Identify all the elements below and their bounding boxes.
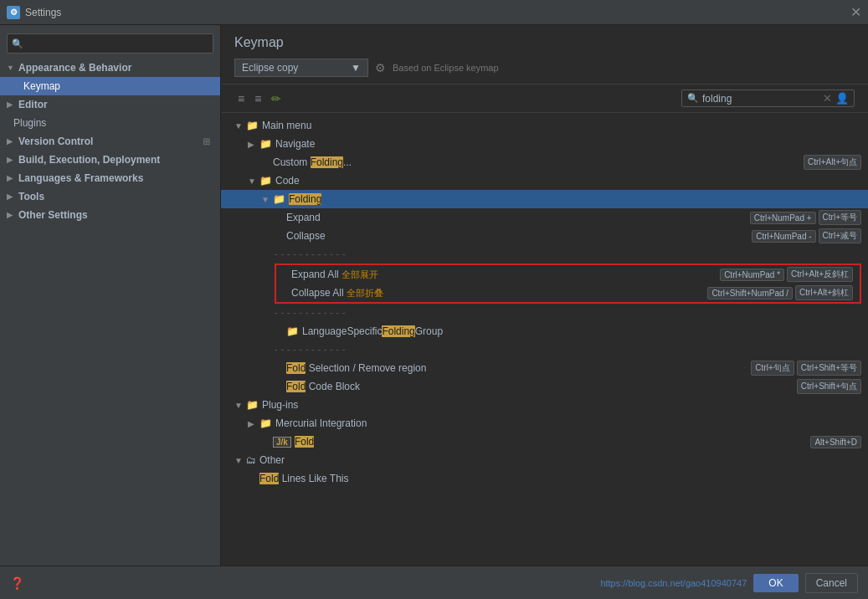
tree-separator-3: - - - - - - - - - - - - (221, 340, 868, 359)
tree-item-other[interactable]: ▼ 🗂 Other (221, 451, 868, 469)
vcs-icon: ⊞ (203, 136, 210, 147)
app-icon: ⚙ (7, 6, 20, 19)
chevron-right-icon: ▶ (7, 211, 15, 219)
shortcut-badge: Ctrl+Shift+句点 (797, 379, 861, 394)
close-button[interactable]: ✕ (850, 4, 861, 20)
tree-item-folding[interactable]: ▼ 📁 Folding (221, 190, 868, 208)
chevron-down-icon: ▼ (234, 121, 243, 131)
gear-icon[interactable]: ⚙ (375, 61, 386, 74)
folder-icon: 📁 (286, 325, 299, 337)
tree-label: Collapse All 全部折叠 (291, 287, 705, 300)
shortcut-badge-1: Ctrl+NumPad + (750, 212, 816, 224)
tree-item-fold-code-block[interactable]: Fold Code Block Ctrl+Shift+句点 (221, 377, 868, 396)
keymap-selector: Eclipse copy ▼ ⚙ Based on Eclipse keymap (234, 59, 855, 77)
tree-item-expand-all[interactable]: Expand All 全部展开 Ctrl+NumPad * Ctrl+Alt+反… (276, 265, 860, 284)
dropdown-arrow-icon: ▼ (351, 62, 361, 74)
tree-item-mercurial[interactable]: ▶ 📁 Mercurial Integration (221, 414, 868, 433)
shortcut-badge-1: Ctrl+Shift+NumPad / (707, 287, 793, 300)
sidebar-item-languages[interactable]: ▶ Languages & Frameworks (0, 169, 220, 187)
tree-label: Code (275, 175, 861, 187)
sidebar-item-label: Editor (18, 99, 48, 110)
tree-label: LanguageSpecificFoldingGroup (302, 325, 861, 337)
tree-item-code[interactable]: ▼ 📁 Code (221, 172, 868, 190)
window-title: Settings (25, 7, 61, 18)
help-icon[interactable]: ❓ (10, 576, 24, 590)
shortcut-badge-2: Ctrl+Alt+斜杠 (795, 285, 853, 300)
content-header: Keymap Eclipse copy ▼ ⚙ Based on Eclipse… (221, 25, 868, 84)
folder-icon: 📁 (259, 138, 272, 150)
tree-item-plugins[interactable]: ▼ 📁 Plug-ins (221, 396, 868, 414)
chevron-right-icon: ▶ (7, 156, 15, 164)
tree-item-navigate[interactable]: ▶ 📁 Navigate (221, 135, 868, 153)
sidebar-item-label: Appearance & Behavior (18, 62, 131, 74)
other-group-icon: 🗂 (246, 454, 256, 466)
toolbar: ≡ ≡ ✏ 🔍 ✕ 👤 (221, 84, 868, 113)
user-icon: 👤 (835, 92, 849, 105)
tree-label: Fold Selection / Remove region (286, 362, 748, 374)
sidebar-item-keymap[interactable]: Keymap (0, 77, 220, 95)
separator-label: - - - - - - - - - - - - (275, 248, 861, 260)
tree-item-fold-lines[interactable]: Fold Lines Like This (221, 469, 868, 488)
search-icon: 🔍 (687, 93, 699, 104)
plugin-badge-icon: J/k (273, 437, 291, 448)
page-title: Keymap (234, 35, 855, 50)
sidebar-item-label: Tools (18, 191, 44, 202)
cancel-button[interactable]: Cancel (805, 573, 858, 593)
sidebar-item-editor[interactable]: ▶ Editor (0, 95, 220, 114)
sidebar-item-plugins[interactable]: Plugins (0, 114, 220, 132)
tree-label: Expand All 全部展开 (291, 269, 717, 281)
sidebar-item-other-settings[interactable]: ▶ Other Settings (0, 206, 220, 224)
tree-item-main-menu[interactable]: ▼ 📁 Main menu (221, 116, 868, 135)
folder-icon: 📁 (246, 120, 259, 131)
shortcut-badge-1: Ctrl+NumPad * (720, 269, 784, 281)
tree-item-expand[interactable]: Expand Ctrl+NumPad + Ctrl+等号 (221, 208, 868, 227)
bottom-bar: ❓ https://blog.csdn.net/gao410940747 OK … (0, 566, 868, 599)
tree-item-lang-specific[interactable]: 📁 LanguageSpecificFoldingGroup (221, 322, 868, 340)
title-bar-left: ⚙ Settings (7, 6, 61, 19)
bottom-actions: https://blog.csdn.net/gao410940747 OK Ca… (600, 573, 858, 593)
based-on-label: Based on Eclipse keymap (393, 63, 499, 73)
title-bar: ⚙ Settings ✕ (0, 0, 868, 25)
tree-item-fold-plugin[interactable]: J/k Fold Alt+Shift+D (221, 433, 868, 451)
red-highlight-box: Expand All 全部展开 Ctrl+NumPad * Ctrl+Alt+反… (275, 264, 861, 304)
sidebar-item-tools[interactable]: ▶ Tools (0, 187, 220, 206)
tree-item-collapse[interactable]: Collapse Ctrl+NumPad - Ctrl+减号 (221, 227, 868, 245)
tree-separator-1: - - - - - - - - - - - - (221, 245, 868, 264)
chevron-right-icon: ▶ (7, 100, 15, 109)
search-icon: 🔍 (12, 38, 23, 49)
sidebar: 🔍 ▼ Appearance & Behavior Keymap ▶ Edito… (0, 25, 221, 566)
edit-button[interactable]: ✏ (268, 90, 285, 107)
content-area: Keymap Eclipse copy ▼ ⚙ Based on Eclipse… (221, 25, 868, 566)
folder-icon: 📁 (273, 193, 285, 205)
tree-item-fold-selection[interactable]: Fold Selection / Remove region Ctrl+句点 C… (221, 359, 868, 377)
collapse-all-button[interactable]: ≡ (251, 90, 265, 107)
chevron-right-icon: ▶ (248, 419, 256, 428)
search-area: 🔍 ✕ 👤 (681, 90, 855, 107)
tree-label: Folding (289, 193, 861, 205)
tree-label: Custom Folding... (273, 156, 801, 168)
sidebar-item-build[interactable]: ▶ Build, Execution, Deployment (0, 151, 220, 169)
tree-label: Fold Code Block (286, 381, 794, 392)
clear-search-icon[interactable]: ✕ (823, 92, 832, 105)
shortcut-badge: Ctrl+Alt+句点 (804, 155, 861, 170)
tree-label: Mercurial Integration (275, 417, 861, 429)
keymap-dropdown[interactable]: Eclipse copy ▼ (234, 59, 368, 77)
shortcut-badge-2: Ctrl+减号 (819, 228, 861, 243)
sidebar-item-label: Build, Execution, Deployment (18, 154, 160, 166)
main-layout: 🔍 ▼ Appearance & Behavior Keymap ▶ Edito… (0, 25, 868, 566)
sidebar-item-appearance[interactable]: ▼ Appearance & Behavior (0, 59, 220, 77)
sidebar-item-version-control[interactable]: ▶ Version Control ⊞ (0, 132, 220, 151)
ok-button[interactable]: OK (753, 574, 798, 592)
sidebar-search-box[interactable]: 🔍 (7, 33, 213, 54)
search-input[interactable] (702, 93, 819, 105)
folder-icon: 📁 (259, 417, 272, 429)
sidebar-search-input[interactable] (7, 33, 213, 54)
tree-item-collapse-all[interactable]: Collapse All 全部折叠 Ctrl+Shift+NumPad / Ct… (276, 284, 860, 302)
chevron-right-icon: ▶ (7, 174, 15, 182)
tree-label: Expand (286, 212, 747, 223)
tree-label: Other (259, 454, 861, 466)
tree-item-custom-folding[interactable]: Custom Folding... Ctrl+Alt+句点 (221, 153, 868, 172)
tree-label: Fold Lines Like This (259, 473, 861, 484)
tree-area: ▼ 📁 Main menu ▶ 📁 Navigate Custom Foldin… (221, 113, 868, 566)
expand-all-button[interactable]: ≡ (234, 90, 248, 107)
